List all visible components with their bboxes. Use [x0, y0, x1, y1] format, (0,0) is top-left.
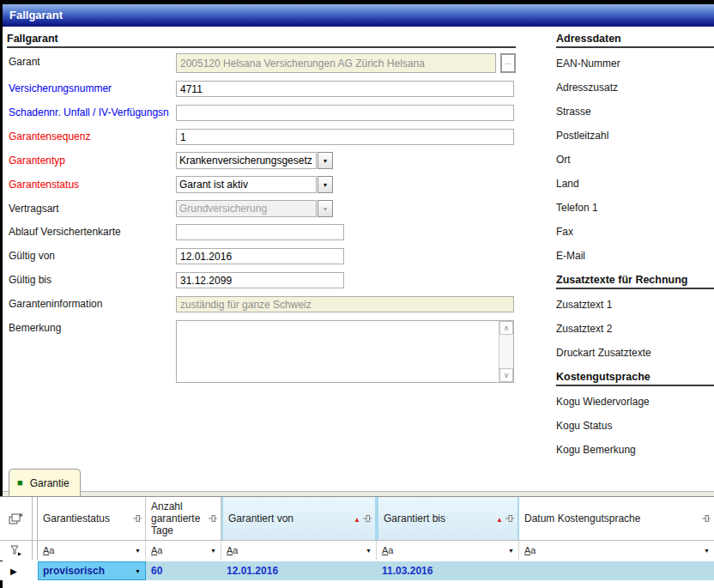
gueltig-von-field[interactable] [176, 248, 344, 264]
tab-garantie-label: Garantie [30, 477, 70, 489]
kostengutsprache-section-title: Kostengutsprache [556, 371, 650, 383]
pin-icon[interactable] [701, 514, 711, 523]
label-versicherungsnummer: Versicherungsnummer [9, 82, 112, 94]
column-label: Garantiert von [228, 512, 293, 524]
scroll-down-icon[interactable]: ∨ [499, 368, 513, 382]
filter-hint: Aa [43, 545, 54, 555]
chevron-down-icon[interactable]: ▼ [366, 548, 372, 554]
chevron-down-icon[interactable]: ▼ [508, 548, 514, 554]
cell-garantiert-von[interactable]: 12.01.2016 [221, 561, 377, 580]
adressdaten-section-rule [556, 46, 714, 48]
tab-garantie[interactable]: ■ Garantie [9, 469, 81, 496]
pin-icon[interactable] [208, 514, 218, 523]
grid-header-row: Garantiestatus Anzahl garantierte Tage G… [0, 496, 714, 541]
cell-value: provisorisch [39, 565, 105, 577]
garantentyp-value[interactable]: Krankenversicherungsgesetz [176, 152, 317, 169]
vertragsart-value: Grundversicherung [176, 200, 317, 217]
garanteninformation-field[interactable] [176, 296, 514, 312]
column-label: Garantiestatus [43, 512, 110, 524]
zusatztexte-section-rule [556, 288, 714, 289]
column-header-anzahl-garantierte-tage[interactable]: Anzahl garantierte Tage [146, 497, 221, 540]
column-header-garantiert-bis[interactable]: Garantiert bis ▲ [377, 497, 519, 540]
filter-anzahl-garantierte-tage[interactable]: Aa ▼ [146, 541, 221, 560]
garantie-grid: Garantiestatus Anzahl garantierte Tage G… [0, 496, 714, 580]
current-row-marker-icon: ▶ [10, 567, 17, 576]
column-header-garantiert-von[interactable]: Garantiert von ▲ [221, 497, 377, 540]
garantenstatus-value[interactable]: Garant ist aktiv [176, 176, 317, 193]
garantentyp-dropdown-button[interactable]: ▼ [318, 152, 333, 169]
chevron-down-icon[interactable]: ▼ [135, 548, 141, 554]
label-druckart-zusatztexte: Druckart Zusatztexte [556, 347, 651, 359]
kostengutsprache-section-rule [556, 385, 714, 386]
cell-garantiestatus[interactable]: provisorisch ▼ [38, 561, 146, 580]
garantenstatus-combo[interactable]: Garant ist aktiv ▼ [176, 176, 333, 193]
window-title-bar: Fallgarant [3, 4, 714, 27]
garantensequenz-field[interactable] [176, 129, 514, 145]
label-ean-nummer: EAN-Nummer [556, 58, 620, 70]
garant-field[interactable] [176, 53, 496, 73]
grid-data-row[interactable]: ▶ provisorisch ▼ 60 12.01.2016 11.03.201… [0, 561, 714, 580]
label-postleitzahl: Postleitzahl [556, 130, 608, 142]
chevron-down-icon: ▼ [323, 182, 329, 188]
versicherungsnummer-field[interactable] [176, 81, 514, 97]
cell-garantiert-bis[interactable]: 11.03.2016 [377, 561, 519, 580]
chevron-down-icon[interactable]: ▼ [704, 548, 710, 554]
filter-button[interactable] [0, 541, 33, 560]
label-gueltig-bis: Gültig bis [9, 274, 51, 286]
bemerkung-textarea[interactable]: ∧ ∨ [176, 320, 514, 383]
chevron-down-icon[interactable]: ▼ [210, 548, 216, 554]
zusatztexte-section-title: Zusatztexte für Rechnung [556, 274, 688, 286]
form-section-rule [7, 46, 516, 48]
form-section-title: Fallgarant [7, 33, 58, 45]
column-label: Datum Kostengutsprache [524, 512, 640, 524]
column-chooser-button[interactable] [0, 497, 33, 540]
label-adresszusatz: Adresszusatz [556, 82, 618, 94]
label-ablauf-versichertenkarte: Ablauf Versichertenkarte [9, 226, 121, 238]
column-header-datum-kostengutsprache[interactable]: Datum Kostengutsprache [519, 497, 714, 540]
label-garantentyp: Garantentyp [9, 155, 65, 167]
label-bemerkung: Bemerkung [9, 322, 61, 334]
filter-garantiert-von[interactable]: Aa ▼ [221, 541, 377, 560]
pin-icon[interactable] [505, 514, 515, 523]
vertragsart-dropdown-button: ▼ [318, 200, 333, 217]
tab-square-icon: ■ [17, 478, 23, 488]
column-label: Garantiert bis [384, 512, 445, 524]
filter-garantiestatus[interactable]: Aa ▼ [38, 541, 146, 560]
label-gueltig-von: Gültig von [9, 250, 55, 262]
label-vertragsart: Vertragsart [9, 203, 59, 215]
garant-browse-button[interactable]: ... [500, 53, 516, 73]
column-label: Anzahl garantierte Tage [151, 500, 205, 536]
filter-garantiert-bis[interactable]: Aa ▼ [377, 541, 519, 560]
label-zusatztext-1: Zusatztext 1 [556, 299, 612, 311]
schadennr-field[interactable] [176, 105, 514, 121]
label-e-mail: E-Mail [556, 250, 585, 262]
pin-icon[interactable] [132, 514, 142, 523]
label-land: Land [556, 178, 579, 190]
cell-anzahl-garantierte-tage[interactable]: 60 [146, 561, 221, 580]
grid-filter-row: Aa ▼ Aa ▼ Aa ▼ Aa ▼ Aa ▼ [0, 541, 714, 561]
filter-datum-kostengutsprache[interactable]: Aa ▼ [519, 541, 714, 560]
label-kogu-wiedervorlage: Kogu Wiedervorlage [556, 396, 650, 408]
label-strasse: Strasse [556, 106, 591, 118]
adressdaten-section-title: Adressdaten [556, 33, 621, 45]
gueltig-bis-field[interactable] [176, 272, 344, 288]
label-garantenstatus: Garantenstatus [9, 179, 79, 191]
column-header-garantiestatus[interactable]: Garantiestatus [38, 497, 146, 540]
bemerkung-scrollbar[interactable]: ∧ ∨ [499, 321, 513, 382]
label-schadennr: Schadennr. Unfall / IV-Verfügungsn [9, 106, 169, 118]
garantenstatus-dropdown-button[interactable]: ▼ [318, 176, 333, 193]
ablauf-versichertenkarte-field[interactable] [176, 224, 344, 240]
window-title: Fallgarant [9, 9, 63, 21]
filter-hint: Aa [382, 545, 393, 555]
chevron-down-icon[interactable]: ▼ [135, 568, 141, 574]
chevron-down-icon: ▼ [323, 158, 329, 164]
vertragsart-combo: Grundversicherung ▼ [176, 200, 333, 217]
row-selector-cell: ▶ [0, 561, 33, 580]
label-garantensequenz: Garantensequenz [9, 130, 90, 142]
garantentyp-combo[interactable]: Krankenversicherungsgesetz ▼ [176, 152, 333, 169]
scroll-up-icon[interactable]: ∧ [499, 321, 513, 335]
pin-icon[interactable] [362, 514, 372, 523]
label-telefon-1: Telefon 1 [556, 202, 598, 214]
cell-datum-kostengutsprache[interactable] [519, 561, 714, 580]
label-kogu-status: Kogu Status [556, 420, 612, 432]
